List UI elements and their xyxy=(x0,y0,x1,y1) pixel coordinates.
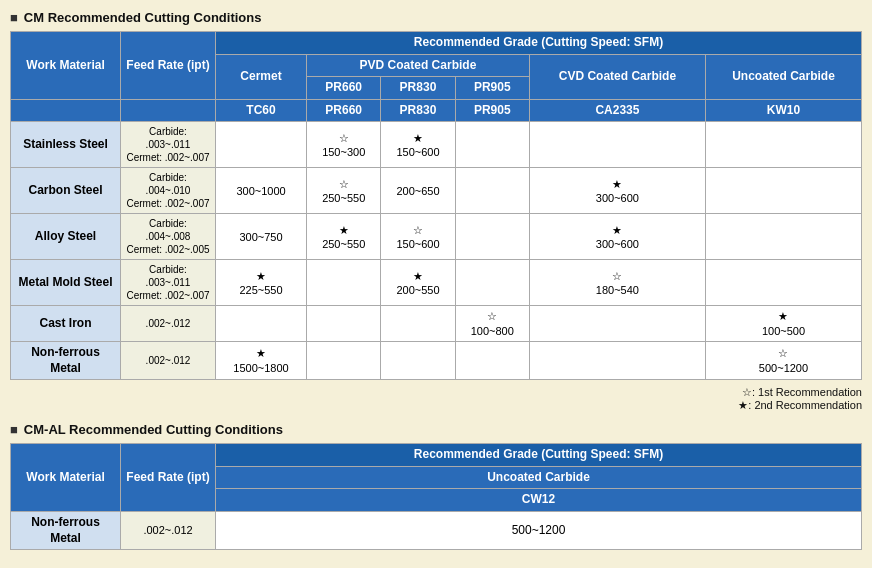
kw10-cell xyxy=(705,122,861,168)
feed-cell: Carbide: .004~.010Cermet: .002~.007 xyxy=(121,168,216,214)
s2-recommended-grade: Recommended Grade (Cutting Speed: SFM) xyxy=(216,444,862,467)
kw10-cell: ★100~500 xyxy=(705,306,861,342)
ca2335-cell xyxy=(529,306,705,342)
pr660-sub: PR660 xyxy=(307,99,381,122)
feed-cell: Carbide: .004~.008Cermet: .002~.005 xyxy=(121,214,216,260)
feed-cell: Carbide: .003~.011Cermet: .002~.007 xyxy=(121,260,216,306)
pr905-cell xyxy=(455,168,529,214)
pr905-cell: ☆100~800 xyxy=(455,306,529,342)
pr830-sub: PR830 xyxy=(381,99,455,122)
feed-cell: Carbide: .003~.011Cermet: .002~.007 xyxy=(121,122,216,168)
material-cell: Carbon Steel xyxy=(11,168,121,214)
cvd-header: CVD Coated Carbide xyxy=(529,54,705,99)
pr830-cell: ★200~550 xyxy=(381,260,455,306)
table-row: Non-ferrous Metal.002~.012500~1200 xyxy=(11,511,862,549)
table-row: Non-ferrous Metal.002~.012★1500~1800☆500… xyxy=(11,341,862,379)
legend-second: ★: 2nd Recommendation xyxy=(738,399,862,411)
fr-subheader xyxy=(121,99,216,122)
s2-col-work-material: Work Material xyxy=(11,444,121,512)
col-work-material: Work Material xyxy=(11,32,121,100)
wm-subheader xyxy=(11,99,121,122)
tc60-cell xyxy=(216,122,307,168)
ca2335-cell xyxy=(529,122,705,168)
pr660-header: PR660 xyxy=(307,77,381,100)
kw10-header: KW10 xyxy=(705,99,861,122)
pr905-cell xyxy=(455,341,529,379)
cermet-header: Cermet xyxy=(216,54,307,99)
legend-first: ☆: 1st Recommendation xyxy=(742,386,862,398)
s2-uncoated-carbide: Uncoated Carbide xyxy=(216,466,862,489)
s2-feed-cell: .002~.012 xyxy=(121,511,216,549)
section1-table: Work Material Feed Rate (ipt) Recommende… xyxy=(10,31,862,380)
material-cell: Cast Iron xyxy=(11,306,121,342)
kw10-cell xyxy=(705,214,861,260)
pr905-cell xyxy=(455,214,529,260)
tc60-cell: ★225~550 xyxy=(216,260,307,306)
material-cell: Alloy Steel xyxy=(11,214,121,260)
tc60-header: TC60 xyxy=(216,99,307,122)
tc60-cell: ★1500~1800 xyxy=(216,341,307,379)
pr905-cell xyxy=(455,122,529,168)
feed-cell: .002~.012 xyxy=(121,306,216,342)
pr660-cell xyxy=(307,341,381,379)
uncoated-header: Uncoated Carbide xyxy=(705,54,861,99)
section1-title: CM Recommended Cutting Conditions xyxy=(10,10,862,25)
pvd-header: PVD Coated Carbide xyxy=(307,54,530,77)
tc60-cell xyxy=(216,306,307,342)
ca2335-cell: ☆180~540 xyxy=(529,260,705,306)
ca2335-cell: ★300~600 xyxy=(529,168,705,214)
s2-material-cell: Non-ferrous Metal xyxy=(11,511,121,549)
table-row: Metal Mold SteelCarbide: .003~.011Cermet… xyxy=(11,260,862,306)
table-row: Stainless SteelCarbide: .003~.011Cermet:… xyxy=(11,122,862,168)
pr905-cell xyxy=(455,260,529,306)
ca2335-cell xyxy=(529,341,705,379)
pr830-cell xyxy=(381,306,455,342)
kw10-cell xyxy=(705,260,861,306)
col-feed-rate: Feed Rate (ipt) xyxy=(121,32,216,100)
pr830-header: PR830 xyxy=(381,77,455,100)
ca2335-cell: ★300~600 xyxy=(529,214,705,260)
ca2335-header: CA2335 xyxy=(529,99,705,122)
pr660-cell: ☆150~300 xyxy=(307,122,381,168)
legend: ☆: 1st Recommendation ★: 2nd Recommendat… xyxy=(10,386,862,412)
pr830-cell: ★150~600 xyxy=(381,122,455,168)
material-cell: Non-ferrous Metal xyxy=(11,341,121,379)
material-cell: Stainless Steel xyxy=(11,122,121,168)
pr905-header: PR905 xyxy=(455,77,529,100)
section2-table: Work Material Feed Rate (ipt) Recommende… xyxy=(10,443,862,550)
section2-title: CM-AL Recommended Cutting Conditions xyxy=(10,422,862,437)
pr830-cell: ☆150~600 xyxy=(381,214,455,260)
s2-col-feed-rate: Feed Rate (ipt) xyxy=(121,444,216,512)
pr660-cell: ☆250~550 xyxy=(307,168,381,214)
material-cell: Metal Mold Steel xyxy=(11,260,121,306)
table-row: Cast Iron.002~.012☆100~800★100~500 xyxy=(11,306,862,342)
s2-cw12: CW12 xyxy=(216,489,862,512)
table-row: Carbon SteelCarbide: .004~.010Cermet: .0… xyxy=(11,168,862,214)
kw10-cell xyxy=(705,168,861,214)
pr660-cell xyxy=(307,306,381,342)
tc60-cell: 300~1000 xyxy=(216,168,307,214)
recommended-grade-header: Recommended Grade (Cutting Speed: SFM) xyxy=(216,32,862,55)
pr830-cell xyxy=(381,341,455,379)
pr905-sub: PR905 xyxy=(455,99,529,122)
pr660-cell xyxy=(307,260,381,306)
pr660-cell: ★250~550 xyxy=(307,214,381,260)
feed-cell: .002~.012 xyxy=(121,341,216,379)
pr830-cell: 200~650 xyxy=(381,168,455,214)
kw10-cell: ☆500~1200 xyxy=(705,341,861,379)
s2-cw12-cell: 500~1200 xyxy=(216,511,862,549)
table-row: Alloy SteelCarbide: .004~.008Cermet: .00… xyxy=(11,214,862,260)
tc60-cell: 300~750 xyxy=(216,214,307,260)
